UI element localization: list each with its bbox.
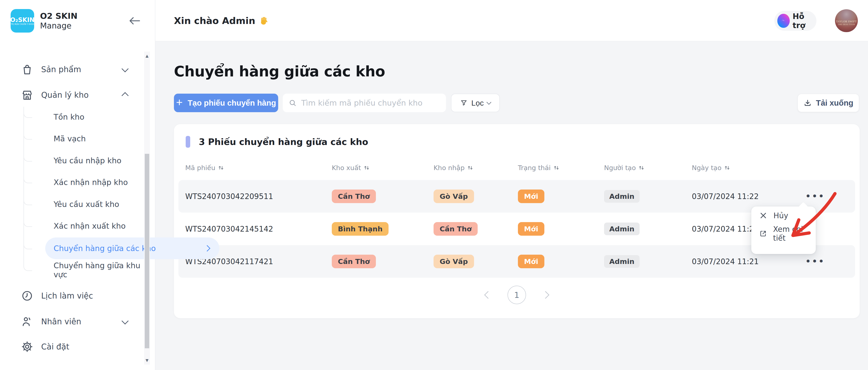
tree-hook	[24, 109, 32, 118]
subitem-label: Xác nhận nhập kho	[54, 178, 128, 187]
sort-icon[interactable]	[364, 165, 370, 171]
chevron-down-icon	[487, 100, 491, 104]
status-badge: Mới	[518, 189, 545, 203]
sort-icon[interactable]	[724, 165, 730, 171]
greeting-text: Xin chào Admin	[174, 16, 255, 26]
from-warehouse-badge: Bình Thạnh	[332, 222, 389, 236]
from-warehouse-badge: Cần Thơ	[332, 189, 376, 203]
arrow-left-icon	[129, 16, 141, 25]
to-warehouse-badge: Gò Vấp	[434, 255, 474, 268]
sidebar-subitem-inventory[interactable]: Tồn kho	[54, 106, 151, 128]
sidebar-scrollbar[interactable]: ▲ ▼	[144, 52, 150, 365]
tree-hook	[24, 175, 32, 183]
scrollbar-thumb[interactable]	[145, 154, 149, 348]
sidebar-item-label: Quản lý kho	[41, 90, 89, 99]
sidebar-collapse-button[interactable]	[127, 14, 143, 28]
tree-hook	[24, 131, 32, 140]
sidebar-subitem-barcode[interactable]: Mã vạch	[54, 128, 151, 150]
shopping-bag-icon	[21, 63, 33, 76]
tree-hook	[24, 218, 32, 227]
sort-icon[interactable]	[639, 165, 644, 171]
subitem-label: Xác nhận xuất kho	[54, 221, 126, 230]
funnel-icon	[460, 99, 468, 107]
creator-badge: Admin	[604, 255, 640, 268]
sidebar-item-label: Nhân viên	[41, 317, 81, 326]
chevron-down-icon[interactable]	[122, 66, 128, 73]
column-header-from[interactable]: Kho xuất	[332, 164, 434, 172]
transfer-code: WTS240703042209511	[185, 192, 332, 201]
sidebar-item-staff[interactable]: Nhân viên	[21, 311, 127, 333]
sidebar-item-label: Sản phẩm	[41, 65, 81, 74]
subitem-label: Yêu cầu nhập kho	[54, 156, 121, 165]
column-header-status[interactable]: Trạng thái	[518, 164, 604, 172]
sidebar-subitem-region-transfer[interactable]: Chuyển hàng giữa khu vực	[54, 259, 151, 281]
avatar-caption-line2: THE ERAS TOUR	[838, 23, 855, 26]
sidebar-subitem-warehouse-transfer-active[interactable]: Chuyển hàng giữa các kho	[45, 238, 219, 259]
row-actions-button[interactable]: •••	[805, 259, 825, 264]
menu-item-cancel[interactable]: Hủy	[751, 207, 816, 224]
filter-button[interactable]: Lọc	[451, 94, 500, 112]
sort-icon[interactable]	[467, 165, 473, 171]
submenu-tree-line	[24, 107, 24, 263]
create-transfer-label: Tạo phiếu chuyển hàng	[188, 98, 276, 107]
accent-bar	[186, 136, 190, 148]
scroll-down-icon[interactable]: ▼	[144, 357, 150, 363]
menu-item-label: Hủy	[773, 211, 788, 220]
download-label: Tải xuống	[816, 98, 853, 107]
card-title-row: 3 Phiếu chuyển hàng giữa các kho	[186, 136, 368, 148]
create-transfer-button[interactable]: + Tạo phiếu chuyển hàng	[174, 94, 278, 112]
next-page-button[interactable]	[541, 291, 549, 299]
column-header-to[interactable]: Kho nhập	[434, 164, 518, 172]
sidebar-item-warehouse[interactable]: Quản lý kho	[21, 84, 127, 106]
column-header-code[interactable]: Mã phiếu	[185, 164, 332, 172]
creator-badge: Admin	[604, 190, 640, 203]
brand-block: O₂SKIN TRỊ MỤN CHUẨN Y KHOA O2 SKIN Mana…	[11, 9, 78, 33]
to-warehouse-badge: Cần Thơ	[434, 222, 478, 236]
sidebar-item-label: Cài đặt	[41, 342, 69, 351]
chevron-right-icon	[204, 245, 210, 251]
logo-tagline: TRỊ MỤN CHUẨN Y KHOA	[11, 23, 34, 25]
support-button[interactable]: Hỗ trợ	[774, 11, 816, 31]
column-header-creator[interactable]: Người tạo	[604, 164, 692, 172]
tree-hook	[24, 196, 32, 205]
messenger-icon	[777, 14, 790, 28]
sidebar-item-settings[interactable]: Cài đặt	[21, 336, 127, 358]
topbar: Xin chào Admin Hỗ trợ TAYLOR SWIFT THE E…	[155, 0, 868, 41]
app-root: O₂SKIN TRỊ MỤN CHUẨN Y KHOA O2 SKIN Mana…	[0, 0, 868, 370]
transfer-code: WTS240703042145142	[185, 224, 332, 234]
to-warehouse-badge: Gò Vấp	[434, 189, 474, 203]
chevron-down-icon[interactable]	[122, 318, 128, 325]
sidebar-item-products[interactable]: Sản phẩm	[21, 59, 127, 80]
search-input[interactable]	[301, 98, 440, 107]
download-button[interactable]: Tải xuống	[798, 94, 859, 112]
user-icon	[21, 315, 33, 328]
scroll-up-icon[interactable]: ▲	[144, 53, 150, 59]
menu-item-view-detail[interactable]: Xem chi tiết	[751, 224, 816, 243]
status-badge: Mới	[518, 222, 545, 236]
brand-text: O2 SKIN Manage	[40, 11, 78, 31]
sidebar-subitem-outbound-confirm[interactable]: Xác nhận xuất kho	[54, 215, 151, 237]
plus-icon: +	[176, 97, 183, 108]
column-label: Trạng thái	[518, 164, 551, 172]
column-header-created[interactable]: Ngày tạo	[692, 164, 791, 172]
sort-icon[interactable]	[218, 165, 224, 171]
chevron-up-icon[interactable]	[122, 92, 128, 98]
created-date: 03/07/2024 11:21	[692, 257, 791, 266]
avatar[interactable]: TAYLOR SWIFT THE ERAS TOUR	[835, 9, 858, 32]
brand-logo: O₂SKIN TRỊ MỤN CHUẨN Y KHOA	[11, 9, 34, 33]
clock-icon	[21, 289, 33, 302]
row-actions-button[interactable]: •••	[805, 194, 825, 198]
download-icon	[803, 99, 812, 107]
sidebar-item-schedule[interactable]: Lịch làm việc	[21, 285, 127, 307]
search-box	[283, 94, 446, 112]
sidebar-subitem-inbound-confirm[interactable]: Xác nhận nhập kho	[54, 172, 151, 193]
column-label: Kho nhập	[434, 164, 465, 172]
logo-text: O₂SKIN	[11, 17, 34, 23]
waving-hand-icon	[259, 16, 269, 26]
sidebar-subitem-inbound-request[interactable]: Yêu cầu nhập kho	[54, 150, 151, 172]
sidebar-subitem-outbound-request[interactable]: Yêu cầu xuất kho	[54, 193, 151, 215]
sidebar-item-label: Lịch làm việc	[41, 291, 93, 300]
page-number[interactable]: 1	[507, 286, 526, 304]
sort-icon[interactable]	[553, 165, 559, 171]
previous-page-button[interactable]	[484, 291, 492, 299]
